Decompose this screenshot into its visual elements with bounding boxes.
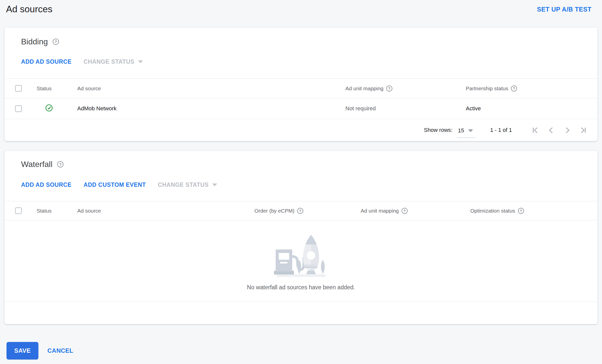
status-active-icon [45, 104, 53, 113]
setup-ab-test-link[interactable]: SET UP A/B TEST [537, 6, 591, 13]
change-status-button[interactable]: CHANGE STATUS [84, 58, 143, 65]
help-icon[interactable]: ? [401, 208, 408, 214]
waterfall-table: Status Ad source Order (by eCPM) ? Ad un… [5, 201, 597, 324]
select-all-checkbox[interactable] [15, 207, 22, 214]
waterfall-empty-state: No waterfall ad sources have been added. [5, 220, 597, 302]
row-checkbox[interactable] [15, 105, 22, 112]
bidding-pagination: Show rows: 15 1 - 1 of 1 [5, 119, 597, 141]
last-page-button[interactable] [575, 124, 591, 136]
first-page-icon [531, 126, 539, 134]
change-status-button[interactable]: CHANGE STATUS [158, 181, 217, 188]
rocket-fuel-pump-illustration [273, 230, 329, 279]
column-header-partnership-status: Partnership status [466, 85, 508, 92]
column-header-order: Order (by eCPM) [254, 208, 294, 214]
bidding-card: Bidding ? ADD AD SOURCE CHANGE STATUS St… [5, 28, 597, 141]
chevron-left-icon [547, 126, 555, 134]
previous-page-button[interactable] [543, 124, 559, 136]
show-rows-label: Show rows: [424, 127, 453, 133]
partnership-status-value: Active [466, 105, 597, 112]
bidding-table-header: Status Ad source Ad unit mapping ? Partn… [5, 79, 597, 98]
column-header-optimization-status: Optimization status [470, 208, 515, 214]
rows-per-page-select[interactable]: 15 [457, 126, 476, 138]
waterfall-footer [5, 302, 597, 324]
svg-text:?: ? [388, 86, 390, 90]
cancel-button[interactable]: CANCEL [47, 347, 73, 354]
waterfall-table-header: Status Ad source Order (by eCPM) ? Ad un… [5, 201, 597, 220]
ad-source-name: AdMob Network [73, 105, 345, 112]
chevron-right-icon [563, 126, 571, 134]
chevron-down-icon [138, 60, 143, 63]
svg-text:?: ? [513, 86, 515, 90]
column-header-status: Status [32, 85, 73, 92]
svg-text:?: ? [520, 209, 522, 213]
column-header-ad-source: Ad source [73, 208, 183, 214]
page-title: Ad sources [6, 4, 52, 15]
ad-unit-mapping-value: Not required [345, 105, 466, 112]
help-icon[interactable]: ? [297, 208, 304, 214]
add-ad-source-button[interactable]: ADD AD SOURCE [21, 58, 71, 65]
add-ad-source-button[interactable]: ADD AD SOURCE [21, 181, 71, 188]
footer-actions: SAVE CANCEL [7, 342, 602, 359]
help-icon[interactable]: ? [52, 38, 59, 45]
last-page-icon [579, 126, 587, 134]
help-icon[interactable]: ? [511, 85, 517, 92]
page-header: Ad sources SET UP A/B TEST [0, 0, 602, 15]
table-row: AdMob Network Not required Active [5, 98, 597, 119]
first-page-button[interactable] [527, 124, 543, 136]
waterfall-empty-message: No waterfall ad sources have been added. [247, 284, 355, 291]
next-page-button[interactable] [559, 124, 575, 136]
waterfall-card: Waterfall ? ADD AD SOURCE ADD CUSTOM EVE… [5, 151, 597, 324]
bidding-table: Status Ad source Ad unit mapping ? Partn… [5, 78, 597, 141]
column-header-ad-source: Ad source [73, 85, 345, 92]
chevron-down-icon [212, 184, 217, 186]
svg-text:?: ? [55, 40, 57, 44]
help-icon[interactable]: ? [57, 161, 64, 168]
bidding-title: Bidding [21, 36, 48, 47]
svg-text:?: ? [299, 209, 302, 213]
select-all-checkbox[interactable] [15, 85, 22, 92]
chevron-down-icon [468, 129, 473, 132]
help-icon[interactable]: ? [518, 208, 524, 214]
column-header-ad-unit-mapping: Ad unit mapping [345, 85, 384, 92]
svg-text:?: ? [59, 162, 61, 166]
column-header-status: Status [32, 208, 73, 214]
save-button[interactable]: SAVE [7, 342, 38, 359]
help-icon[interactable]: ? [386, 85, 393, 92]
add-custom-event-button[interactable]: ADD CUSTOM EVENT [84, 181, 146, 188]
waterfall-title: Waterfall [21, 159, 52, 169]
svg-text:?: ? [403, 209, 406, 213]
pagination-range: 1 - 1 of 1 [490, 127, 512, 133]
column-header-ad-unit-mapping: Ad unit mapping [361, 208, 399, 214]
